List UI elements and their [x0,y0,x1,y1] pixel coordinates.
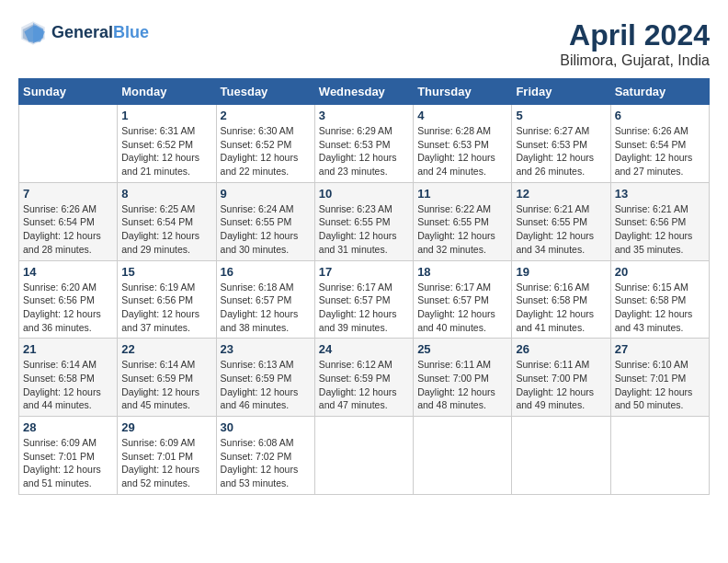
calendar-cell: 15Sunrise: 6:19 AM Sunset: 6:56 PM Dayli… [118,260,216,339]
day-number: 12 [516,187,606,201]
calendar-cell: 29Sunrise: 6:09 AM Sunset: 7:01 PM Dayli… [118,417,216,495]
day-info: Sunrise: 6:10 AM Sunset: 7:01 PM Dayligh… [615,358,705,412]
calendar-cell: 14Sunrise: 6:20 AM Sunset: 6:56 PM Dayli… [19,260,118,339]
day-number: 27 [615,342,705,356]
calendar-cell: 22Sunrise: 6:14 AM Sunset: 6:59 PM Dayli… [118,339,216,417]
day-info: Sunrise: 6:27 AM Sunset: 6:53 PM Dayligh… [516,124,606,178]
calendar-cell [610,417,709,495]
calendar-cell: 19Sunrise: 6:16 AM Sunset: 6:58 PM Dayli… [512,260,610,339]
day-info: Sunrise: 6:22 AM Sunset: 6:55 PM Dayligh… [417,202,507,257]
calendar-cell: 25Sunrise: 6:11 AM Sunset: 7:00 PM Dayli… [414,339,512,417]
day-info: Sunrise: 6:09 AM Sunset: 7:01 PM Dayligh… [23,436,113,490]
day-number: 4 [417,109,507,122]
day-number: 18 [417,265,507,279]
day-number: 5 [516,109,606,122]
day-info: Sunrise: 6:30 AM Sunset: 6:52 PM Dayligh… [221,124,311,178]
calendar-cell: 21Sunrise: 6:14 AM Sunset: 6:58 PM Dayli… [19,339,118,417]
day-info: Sunrise: 6:14 AM Sunset: 6:59 PM Dayligh… [121,358,211,412]
day-number: 14 [23,265,113,279]
day-info: Sunrise: 6:31 AM Sunset: 6:52 PM Dayligh… [121,124,211,178]
calendar-cell: 16Sunrise: 6:18 AM Sunset: 6:57 PM Dayli… [216,260,314,339]
calendar-body: 1Sunrise: 6:31 AM Sunset: 6:52 PM Daylig… [19,105,710,495]
day-info: Sunrise: 6:19 AM Sunset: 6:56 PM Dayligh… [121,281,211,335]
day-number: 22 [121,342,211,356]
calendar-week-row: 28Sunrise: 6:09 AM Sunset: 7:01 PM Dayli… [19,417,710,495]
calendar-cell: 1Sunrise: 6:31 AM Sunset: 6:52 PM Daylig… [118,105,216,183]
day-info: Sunrise: 6:16 AM Sunset: 6:58 PM Dayligh… [516,281,606,335]
day-info: Sunrise: 6:17 AM Sunset: 6:57 PM Dayligh… [319,281,409,335]
day-number: 30 [221,420,311,434]
calendar-cell: 8Sunrise: 6:25 AM Sunset: 6:54 PM Daylig… [118,182,216,260]
calendar-cell: 11Sunrise: 6:22 AM Sunset: 6:55 PM Dayli… [414,182,512,260]
calendar-cell: 30Sunrise: 6:08 AM Sunset: 7:02 PM Dayli… [216,417,314,495]
day-of-week-header: Friday [512,79,610,105]
calendar-cell: 3Sunrise: 6:29 AM Sunset: 6:53 PM Daylig… [314,105,413,183]
day-info: Sunrise: 6:17 AM Sunset: 6:57 PM Dayligh… [417,281,507,335]
day-number: 9 [221,187,311,201]
logo-icon [18,18,48,48]
day-number: 23 [221,342,311,356]
calendar-cell [314,417,413,495]
day-info: Sunrise: 6:08 AM Sunset: 7:02 PM Dayligh… [221,436,311,490]
calendar-cell: 12Sunrise: 6:21 AM Sunset: 6:55 PM Dayli… [512,182,610,260]
day-number: 2 [221,109,311,122]
logo: GeneralBlue [18,18,149,48]
calendar-cell: 17Sunrise: 6:17 AM Sunset: 6:57 PM Dayli… [314,260,413,339]
calendar-cell: 24Sunrise: 6:12 AM Sunset: 6:59 PM Dayli… [314,339,413,417]
day-info: Sunrise: 6:09 AM Sunset: 7:01 PM Dayligh… [121,436,211,490]
day-number: 25 [417,342,507,356]
calendar-cell: 7Sunrise: 6:26 AM Sunset: 6:54 PM Daylig… [19,182,118,260]
calendar-cell [512,417,610,495]
day-info: Sunrise: 6:18 AM Sunset: 6:57 PM Dayligh… [221,281,311,335]
day-number: 28 [23,420,113,434]
day-info: Sunrise: 6:13 AM Sunset: 6:59 PM Dayligh… [221,358,311,412]
day-info: Sunrise: 6:20 AM Sunset: 6:56 PM Dayligh… [23,281,113,335]
day-number: 6 [615,109,705,122]
day-number: 26 [516,342,606,356]
day-number: 7 [23,187,113,201]
day-number: 21 [23,342,113,356]
calendar-week-row: 7Sunrise: 6:26 AM Sunset: 6:54 PM Daylig… [19,182,710,260]
day-number: 19 [516,265,606,279]
calendar-cell: 18Sunrise: 6:17 AM Sunset: 6:57 PM Dayli… [414,260,512,339]
day-info: Sunrise: 6:29 AM Sunset: 6:53 PM Dayligh… [319,124,409,178]
calendar-cell: 6Sunrise: 6:26 AM Sunset: 6:54 PM Daylig… [610,105,709,183]
calendar-cell: 10Sunrise: 6:23 AM Sunset: 6:55 PM Dayli… [314,182,413,260]
day-number: 10 [319,187,409,201]
day-info: Sunrise: 6:23 AM Sunset: 6:55 PM Dayligh… [319,202,409,257]
calendar-header-row: SundayMondayTuesdayWednesdayThursdayFrid… [19,79,710,105]
day-of-week-header: Tuesday [216,79,314,105]
title-area: April 2024 Bilimora, Gujarat, India [560,18,710,69]
month-title: April 2024 [560,18,710,52]
day-of-week-header: Monday [118,79,216,105]
day-info: Sunrise: 6:26 AM Sunset: 6:54 PM Dayligh… [615,124,705,178]
day-number: 29 [121,420,211,434]
calendar-cell: 26Sunrise: 6:11 AM Sunset: 7:00 PM Dayli… [512,339,610,417]
calendar-week-row: 21Sunrise: 6:14 AM Sunset: 6:58 PM Dayli… [19,339,710,417]
calendar-cell: 28Sunrise: 6:09 AM Sunset: 7:01 PM Dayli… [19,417,118,495]
day-of-week-header: Wednesday [314,79,413,105]
day-number: 15 [121,265,211,279]
calendar-cell: 13Sunrise: 6:21 AM Sunset: 6:56 PM Dayli… [610,182,709,260]
day-info: Sunrise: 6:21 AM Sunset: 6:55 PM Dayligh… [516,202,606,257]
day-info: Sunrise: 6:25 AM Sunset: 6:54 PM Dayligh… [121,202,211,257]
day-number: 13 [615,187,705,201]
day-info: Sunrise: 6:15 AM Sunset: 6:58 PM Dayligh… [615,281,705,335]
calendar-table: SundayMondayTuesdayWednesdayThursdayFrid… [18,78,710,495]
calendar-cell: 27Sunrise: 6:10 AM Sunset: 7:01 PM Dayli… [610,339,709,417]
day-number: 20 [615,265,705,279]
calendar-cell: 5Sunrise: 6:27 AM Sunset: 6:53 PM Daylig… [512,105,610,183]
day-info: Sunrise: 6:11 AM Sunset: 7:00 PM Dayligh… [417,358,507,412]
calendar-cell: 9Sunrise: 6:24 AM Sunset: 6:55 PM Daylig… [216,182,314,260]
location: Bilimora, Gujarat, India [560,52,710,69]
day-info: Sunrise: 6:28 AM Sunset: 6:53 PM Dayligh… [417,124,507,178]
day-number: 17 [319,265,409,279]
day-info: Sunrise: 6:11 AM Sunset: 7:00 PM Dayligh… [516,358,606,412]
calendar-cell [19,105,118,183]
calendar-cell: 23Sunrise: 6:13 AM Sunset: 6:59 PM Dayli… [216,339,314,417]
day-info: Sunrise: 6:14 AM Sunset: 6:58 PM Dayligh… [23,358,113,412]
day-info: Sunrise: 6:21 AM Sunset: 6:56 PM Dayligh… [615,202,705,257]
calendar-cell: 20Sunrise: 6:15 AM Sunset: 6:58 PM Dayli… [610,260,709,339]
calendar-week-row: 1Sunrise: 6:31 AM Sunset: 6:52 PM Daylig… [19,105,710,183]
page-header: GeneralBlue April 2024 Bilimora, Gujarat… [18,18,710,69]
